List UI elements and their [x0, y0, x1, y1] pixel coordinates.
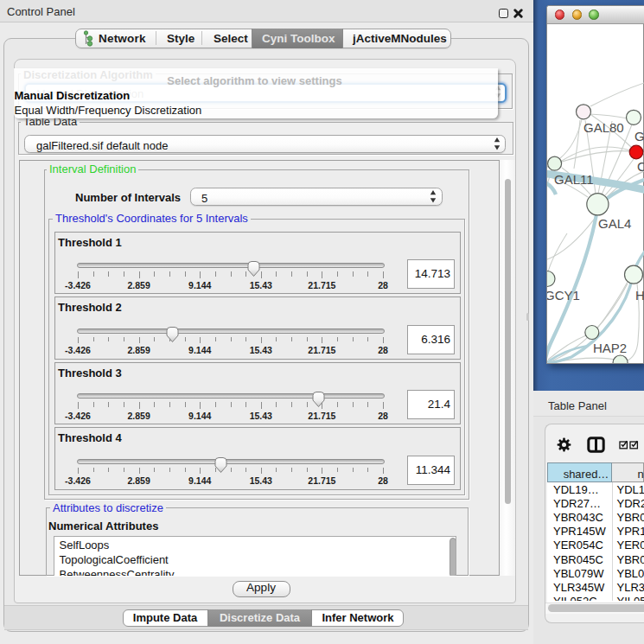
svg-text:C: C [637, 159, 644, 174]
svg-text:GAL80: GAL80 [583, 120, 624, 135]
svg-text:G.: G. [634, 129, 644, 143]
svg-text:GCY1: GCY1 [547, 288, 580, 303]
svg-text:GAL4: GAL4 [598, 216, 631, 231]
svg-text:GAL11: GAL11 [554, 172, 594, 187]
svg-text:HAP2: HAP2 [593, 341, 627, 355]
svg-text:H: H [635, 288, 644, 303]
